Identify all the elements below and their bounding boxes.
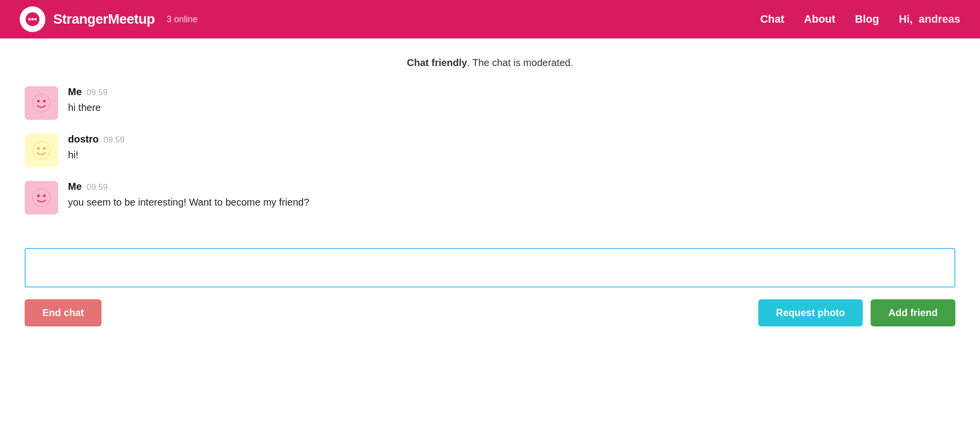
chat-input[interactable] — [25, 248, 955, 287]
table-row: dostro 09.59 hi! — [25, 134, 955, 167]
chat-messages: Me 09.59 hi there dostro 09.59 — [25, 86, 955, 238]
button-row: End chat Request photo Add friend — [25, 299, 955, 326]
svg-point-10 — [33, 189, 50, 207]
header: StrangerMeetup 3 online Chat About Blog … — [0, 0, 980, 38]
message-header: Me 09.59 — [68, 181, 309, 192]
message-header: Me 09.59 — [68, 86, 107, 98]
svg-point-11 — [37, 195, 40, 197]
message-header: dostro 09.59 — [68, 134, 125, 145]
message-text: you seem to be interesting! Want to beco… — [68, 195, 309, 209]
message-time: 09.59 — [103, 135, 125, 145]
svg-point-9 — [43, 147, 46, 150]
table-row: Me 09.59 you seem to be interesting! Wan… — [25, 181, 955, 214]
svg-point-12 — [43, 195, 46, 197]
svg-point-5 — [37, 100, 40, 103]
message-content: Me 09.59 you seem to be interesting! Wan… — [68, 181, 309, 209]
greeting-hi: Hi, — [899, 13, 912, 25]
svg-point-3 — [34, 18, 37, 21]
notice-bold: Chat friendly — [407, 57, 467, 68]
nav-chat[interactable]: Chat — [760, 13, 784, 26]
brand-name: StrangerMeetup — [53, 11, 155, 27]
notice-rest: . The chat is moderated. — [467, 57, 573, 68]
svg-point-7 — [33, 142, 50, 159]
message-text: hi! — [68, 148, 125, 162]
header-nav: Chat About Blog Hi, andreas — [760, 13, 960, 26]
end-chat-button[interactable]: End chat — [25, 299, 101, 326]
avatar — [25, 181, 58, 214]
avatar — [25, 86, 58, 120]
message-username: Me — [68, 181, 82, 192]
message-username: dostro — [68, 134, 99, 145]
online-count: 3 online — [167, 14, 198, 25]
message-text: hi there — [68, 101, 107, 114]
header-left: StrangerMeetup 3 online — [20, 6, 198, 32]
nav-about[interactable]: About — [804, 13, 836, 26]
input-area — [25, 248, 955, 287]
message-content: Me 09.59 hi there — [68, 86, 107, 114]
message-username: Me — [68, 86, 82, 98]
nav-blog[interactable]: Blog — [855, 13, 879, 26]
message-time: 09.59 — [87, 88, 108, 98]
avatar — [25, 134, 58, 167]
svg-point-2 — [32, 18, 34, 21]
nav-greeting: Hi, andreas — [899, 13, 960, 26]
svg-point-1 — [29, 18, 31, 21]
svg-point-4 — [33, 94, 50, 112]
right-buttons: Request photo Add friend — [758, 299, 955, 326]
message-content: dostro 09.59 hi! — [68, 134, 125, 162]
request-photo-button[interactable]: Request photo — [758, 299, 863, 326]
main-content: Chat friendly. The chat is moderated. Me… — [0, 38, 980, 326]
message-time: 09.59 — [87, 182, 108, 192]
notice-bar: Chat friendly. The chat is moderated. — [25, 53, 955, 72]
greeting-username: andreas — [919, 13, 960, 25]
table-row: Me 09.59 hi there — [25, 86, 955, 120]
logo-icon — [20, 6, 45, 32]
svg-point-8 — [37, 147, 40, 150]
add-friend-button[interactable]: Add friend — [871, 299, 955, 326]
svg-point-6 — [43, 100, 46, 103]
